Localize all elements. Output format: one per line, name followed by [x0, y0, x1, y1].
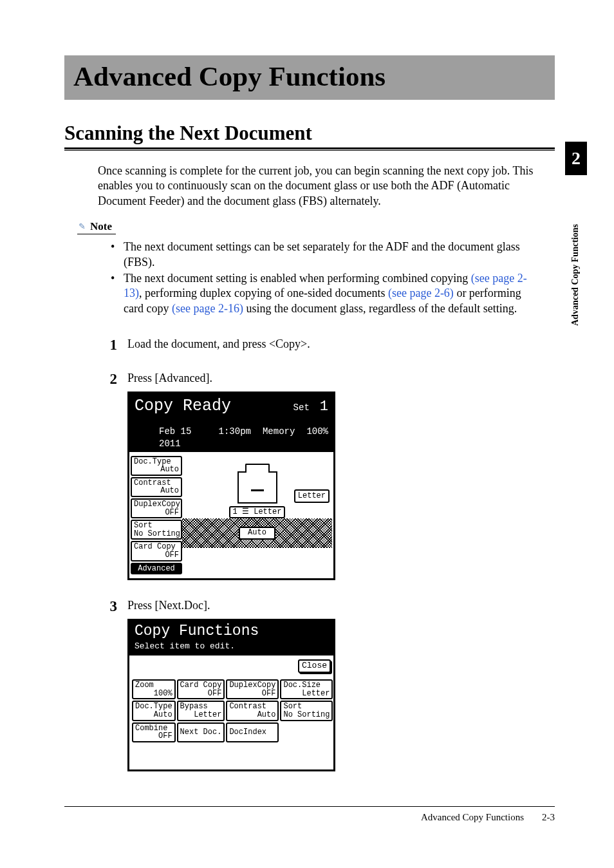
note-bullet-list: The next document settings can be set se… — [111, 240, 542, 316]
chapter-tab: 2 — [565, 142, 587, 175]
step-3: 3 Press [Next.Doc]. Copy Functions Selec… — [102, 598, 555, 771]
lcd2-close-button[interactable]: Close — [298, 659, 331, 673]
value: 100% — [135, 690, 172, 698]
step-1: 1 Load the document, and press <Copy>. — [102, 337, 555, 353]
lcd2-duplexcopy-button[interactable]: DuplexCopy OFF — [226, 679, 279, 699]
lcd2-header: Copy Functions Select item to edit. — [129, 621, 333, 656]
value: Auto — [134, 487, 179, 495]
lcd-date: Feb 15 2011 — [159, 426, 207, 449]
lcd2-cardcopy-button[interactable]: Card Copy OFF — [177, 679, 225, 699]
value: Auto — [229, 711, 275, 719]
lcd-set-value: 1 — [320, 398, 328, 417]
chapter-title: Advanced Copy Functions — [73, 61, 546, 92]
lcd-preview: 1 ☰ Letter Letter Auto — [182, 453, 332, 578]
value: OFF — [135, 732, 172, 741]
note-text: Note — [90, 220, 112, 233]
value: OFF — [229, 690, 275, 698]
footer-page: 2-3 — [542, 812, 555, 823]
value: Letter — [283, 690, 330, 698]
value: OFF — [180, 690, 222, 698]
bullet-text-mid1: , performing duplex copying of one-sided… — [139, 287, 388, 299]
value: No Sorting — [283, 711, 330, 719]
step-text: Press [Advanced]. — [127, 371, 555, 386]
step-number: 3 — [102, 598, 117, 614]
label: Sort — [134, 522, 179, 530]
link-page-2-6[interactable]: (see page 2-6) — [388, 287, 454, 299]
lcd2-sort-button[interactable]: Sort No Sorting — [280, 701, 333, 721]
lcd2-contrast-button[interactable]: Contrast Auto — [226, 701, 279, 721]
label: Zoom — [135, 681, 172, 690]
lcd2-bypass-button[interactable]: Bypass Letter — [177, 701, 225, 721]
lcd-set-label: Set — [293, 402, 310, 413]
note-bullet-2: The next document setting is enabled whe… — [111, 271, 542, 316]
label: DuplexCopy — [134, 500, 179, 509]
lcd-memory-label: Memory — [263, 426, 295, 449]
lcd-paper-size: Letter — [294, 489, 330, 504]
value: Letter — [180, 711, 222, 719]
lcd2-docsize-button[interactable]: Doc.Size Letter — [280, 679, 333, 699]
lcd2-subtitle: Select item to edit. — [135, 641, 328, 652]
step-text: Press [Next.Doc]. — [127, 598, 555, 613]
lcd-side-menu: Doc.Type Auto Contrast Auto DuplexCopy O… — [131, 453, 182, 578]
value: OFF — [134, 551, 179, 560]
lcd-output-area: Auto — [182, 518, 332, 548]
lcd-auto-badge: Auto — [239, 527, 275, 540]
label: DuplexCopy — [229, 681, 275, 690]
step-2: 2 Press [Advanced]. Copy Ready Set 1 — [102, 371, 555, 580]
lcd-cardcopy-button[interactable]: Card Copy OFF — [131, 541, 182, 561]
lcd-copy-functions: Copy Functions Select item to edit. Clos… — [127, 619, 335, 771]
note-bullet-1: The next document settings can be set se… — [111, 240, 542, 270]
lcd-contrast-button[interactable]: Contrast Auto — [131, 477, 182, 497]
page-footer: Advanced Copy Functions 2-3 — [64, 806, 555, 823]
step-text: Load the document, and press <Copy>. — [127, 337, 555, 352]
label: Card Copy — [180, 681, 222, 690]
footer-title: Advanced Copy Functions — [421, 812, 524, 823]
link-page-2-16[interactable]: (see page 2-16) — [172, 302, 243, 315]
value: No Sorting — [134, 530, 179, 538]
lcd-copy-ready: Copy Ready Set 1 Feb 15 2011 1:30pm Memo… — [127, 392, 335, 580]
lcd2-docindex-button[interactable]: DocIndex — [226, 722, 279, 742]
lcd-status: Copy Ready — [135, 396, 231, 417]
lcd-duplexcopy-button[interactable]: DuplexCopy OFF — [131, 498, 182, 518]
value: Auto — [135, 711, 172, 719]
value: Auto — [134, 466, 179, 474]
lcd-time: 1:30pm — [219, 426, 251, 449]
step-number: 1 — [102, 337, 117, 353]
section-heading: Scanning the Next Document — [64, 122, 555, 149]
label: Doc.Size — [283, 681, 330, 690]
label: Advanced — [134, 565, 179, 573]
bullet-text: The next document settings can be set se… — [124, 240, 520, 268]
chapter-title-bar: Advanced Copy Functions — [64, 55, 555, 100]
bullet-text-post: using the document glass, regardless of … — [243, 302, 517, 315]
lcd2-option-grid: Zoom 100% Card Copy OFF DuplexCopy OFF — [129, 679, 333, 742]
lcd-sort-button[interactable]: Sort No Sorting — [131, 520, 182, 540]
lcd-advanced-button[interactable]: Advanced — [131, 563, 182, 575]
lcd2-doctype-button[interactable]: Doc.Type Auto — [132, 701, 176, 721]
lcd-doctype-button[interactable]: Doc.Type Auto — [131, 456, 182, 476]
lcd2-zoom-button[interactable]: Zoom 100% — [132, 679, 176, 699]
label: DocIndex — [229, 728, 275, 737]
note-label: ✎ Note — [77, 220, 116, 234]
bullet-text-pre: The next document setting is enabled whe… — [124, 272, 471, 285]
printer-icon — [237, 471, 277, 504]
label: Next Doc. — [180, 728, 222, 737]
lcd-header: Copy Ready Set 1 Feb 15 2011 1:30pm Memo… — [129, 393, 333, 452]
step-number: 2 — [102, 371, 117, 387]
chapter-side-label: Advanced Copy Functions — [570, 184, 582, 326]
lcd2-combine-button[interactable]: Combine OFF — [132, 722, 176, 742]
value: OFF — [134, 509, 179, 517]
lcd2-nextdoc-button[interactable]: Next Doc. — [177, 722, 225, 742]
note-icon: ✎ — [77, 222, 86, 231]
lcd-memory-value: 100% — [306, 426, 328, 449]
lcd-tray-label: 1 ☰ Letter — [229, 506, 286, 519]
intro-paragraph: Once scanning is complete for the curren… — [98, 164, 542, 209]
lcd2-title: Copy Functions — [135, 622, 328, 641]
